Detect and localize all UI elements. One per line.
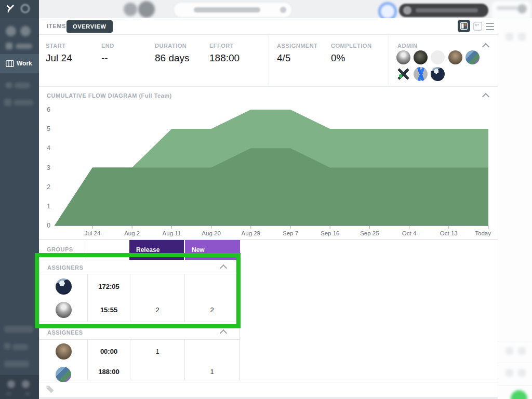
sidebar-bottom-item2-blurred[interactable] — [12, 344, 28, 350]
svg-text:Oct 13: Oct 13 — [440, 230, 458, 236]
panel-icon-blurred-4[interactable] — [518, 347, 526, 355]
divider — [269, 35, 269, 86]
table-row[interactable]: 00:00 1 — [39, 340, 240, 363]
svg-text:Oct 4: Oct 4 — [402, 230, 417, 236]
sidebar-item-label-blurred[interactable] — [16, 44, 32, 49]
cfd-collapse-chevron-icon[interactable] — [482, 93, 489, 100]
dock-chevron-right-blurred[interactable] — [25, 392, 30, 395]
admin-avatar-8[interactable] — [431, 67, 445, 81]
stat-completion: COMPLETION 0% — [331, 43, 371, 64]
stat-end-value: -- — [101, 52, 114, 64]
menu-icon[interactable] — [486, 23, 494, 30]
stat-start: START Jul 24 — [46, 43, 72, 64]
assignees-collapse-chevron-icon[interactable] — [220, 329, 227, 337]
sidebar-nav: Work — [0, 18, 39, 399]
assignee-avatar-1[interactable] — [56, 343, 72, 360]
chat-bubble-icon[interactable] — [511, 390, 527, 399]
sidebar-icon-blurred-1[interactable] — [6, 26, 16, 36]
dock-icon-1-blurred[interactable] — [7, 380, 15, 388]
panel-icon-blurred-5[interactable] — [506, 369, 513, 377]
assignee-2-release-count — [130, 363, 184, 380]
assignee-2-time: 188:00 — [87, 363, 130, 380]
admin-avatar-4[interactable] — [448, 50, 462, 64]
divider — [498, 385, 532, 385]
search-icon[interactable] — [21, 4, 30, 13]
divider — [498, 363, 532, 363]
groups-label: GROUPS — [47, 246, 73, 252]
divider — [389, 35, 389, 86]
svg-text:Aug 20: Aug 20 — [202, 230, 220, 236]
sidebar-item-work[interactable]: Work — [0, 54, 39, 73]
stat-assignment-value: 4/5 — [277, 52, 317, 64]
sidebar-team-label-blurred[interactable] — [15, 83, 30, 88]
browser-topbar — [0, 0, 532, 18]
cfd-chart-title: CUMULATIVE FLOW DIAGRAM (Full Team) — [47, 92, 172, 99]
sidebar-icon-blurred-2[interactable] — [20, 26, 31, 36]
divider — [39, 382, 498, 382]
admin-avatar-3[interactable] — [431, 50, 445, 64]
table-row[interactable]: 188:00 1 — [39, 363, 240, 380]
right-side-panel — [498, 18, 532, 399]
svg-text:2: 2 — [47, 183, 50, 191]
browser-tab[interactable] — [174, 3, 291, 17]
assignee-avatar-2[interactable] — [56, 367, 71, 382]
svg-text:Today: Today — [475, 230, 491, 236]
sidebar-bottom-item3-blurred[interactable] — [4, 361, 29, 367]
svg-text:Sep 7: Sep 7 — [283, 230, 298, 236]
list-view-toggle-icon[interactable] — [473, 22, 482, 31]
svg-text:Aug 29: Aug 29 — [242, 230, 260, 236]
assignee-1-time: 00:00 — [87, 340, 130, 363]
stat-effort-value: 188:00 — [209, 52, 240, 64]
board-view-toggle-icon[interactable] — [458, 20, 470, 32]
sidebar-bottom-item1-blurred[interactable] — [4, 326, 33, 332]
dock-icon-2-blurred[interactable] — [22, 380, 30, 388]
dock-chevron-left-blurred[interactable] — [6, 392, 11, 395]
sidebar-bottom-item2-icon-blurred[interactable] — [4, 343, 10, 349]
svg-text:3: 3 — [47, 164, 50, 171]
stat-duration-value: 86 days — [155, 52, 190, 64]
controls-icon — [517, 4, 527, 14]
tab-overview[interactable]: OVERVIEW — [66, 20, 113, 33]
svg-text:1: 1 — [47, 203, 50, 210]
workspace-icon[interactable] — [124, 3, 137, 16]
assignees-label: ASSIGNEES — [47, 329, 83, 336]
svg-text:0: 0 — [47, 222, 50, 229]
panel-icon-blurred-2[interactable] — [518, 33, 526, 41]
app-logo-corner[interactable] — [0, 0, 39, 19]
admin-collapse-chevron-icon[interactable] — [482, 43, 489, 50]
panel-icon-blurred-6[interactable] — [518, 369, 526, 377]
stat-start-label: START — [46, 43, 72, 49]
tag-icon[interactable] — [46, 385, 55, 394]
app-logo-icon — [6, 4, 15, 14]
admin-avatar-2[interactable] — [414, 50, 428, 64]
svg-text:6: 6 — [47, 106, 50, 113]
svg-text:5: 5 — [47, 125, 50, 132]
svg-text:Aug 11: Aug 11 — [163, 230, 181, 236]
workspace-avatar[interactable] — [138, 1, 155, 18]
stat-completion-label: COMPLETION — [331, 43, 371, 49]
sidebar-item2-label-blurred[interactable] — [14, 100, 33, 105]
close-icon[interactable] — [280, 7, 286, 13]
admin-avatar-5[interactable] — [466, 50, 480, 64]
panel-icon-blurred-3[interactable] — [506, 347, 513, 355]
sidebar-item-icon-blurred[interactable] — [6, 43, 12, 49]
tab-items[interactable]: ITEMS — [47, 23, 66, 29]
stat-effort-label: EFFORT — [209, 43, 240, 49]
sidebar-bottom-dock — [0, 375, 39, 399]
admin-avatar-6[interactable] — [396, 67, 410, 81]
admin-avatar-7[interactable] — [414, 67, 428, 81]
stat-end-label: END — [101, 43, 114, 49]
assignees-card: ASSIGNEES 00:00 1 188:00 1 — [39, 325, 240, 380]
app-root: Work ITEMS OVERVIEW — [0, 0, 532, 399]
stat-duration: DURATION 86 days — [155, 43, 190, 64]
svg-text:Aug 2: Aug 2 — [124, 230, 140, 236]
admin-avatar-1[interactable] — [396, 50, 410, 64]
sidebar-team-icon-blurred[interactable] — [5, 82, 12, 88]
browser-search-bar[interactable] — [399, 4, 488, 17]
panel-icon-blurred-1[interactable] — [506, 33, 513, 41]
sidebar-item2-icon-blurred[interactable] — [4, 99, 11, 106]
search-text-blur — [416, 8, 478, 12]
stat-start-value: Jul 24 — [46, 52, 72, 64]
stat-assignment-label: ASSIGNMENT — [277, 43, 317, 49]
svg-text:Jul 24: Jul 24 — [85, 230, 101, 236]
